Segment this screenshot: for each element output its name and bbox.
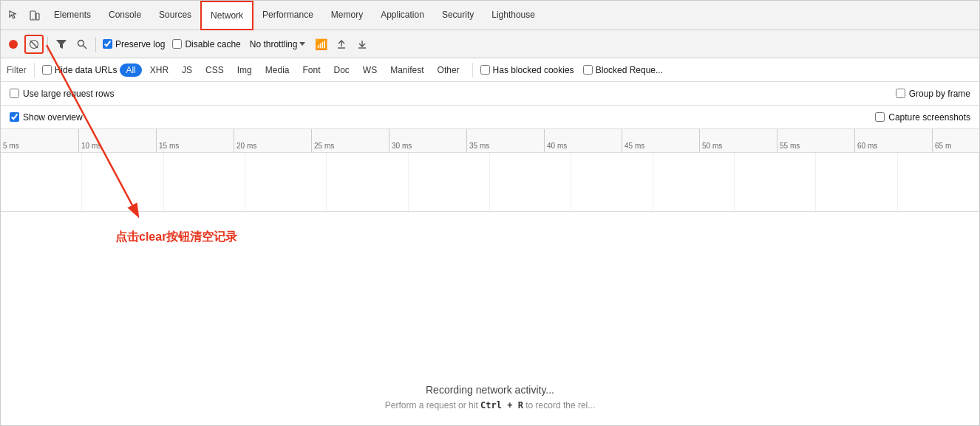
hide-data-urls-input[interactable]	[42, 65, 52, 75]
blocked-requests-input[interactable]	[583, 65, 593, 75]
options-row-1: Use large request rows Group by frame	[1, 82, 979, 106]
tab-console-label: Console	[109, 10, 141, 20]
record-button[interactable]	[4, 35, 23, 54]
use-large-rows-input[interactable]	[10, 89, 19, 98]
filter-row: Filter Hide data URLs All XHR JS CSS Img…	[1, 58, 979, 82]
tab-console[interactable]: Console	[100, 1, 150, 30]
show-overview-checkbox[interactable]: Show overview	[10, 112, 83, 123]
ruler-label-10: 55 ms	[780, 142, 800, 150]
filter-type-js[interactable]: JS	[177, 63, 197, 77]
tab-lighthouse[interactable]: Lighthouse	[483, 1, 544, 30]
download-button[interactable]	[353, 35, 372, 54]
wifi-icon-btn[interactable]: 📶	[311, 35, 330, 54]
timeline-col-7	[571, 153, 653, 211]
svg-point-2	[33, 18, 33, 18]
options-left-1: Use large request rows	[10, 89, 114, 99]
tab-security-label: Security	[442, 10, 474, 20]
preserve-log-checkbox[interactable]: Preserve log	[100, 39, 168, 49]
ruler-label-7: 40 ms	[547, 142, 567, 150]
separator1	[47, 37, 48, 52]
ruler-label-3: 20 ms	[237, 142, 256, 150]
capture-screenshots-input[interactable]	[875, 112, 885, 122]
blocked-requests-checkbox[interactable]: Blocked Reque...	[583, 65, 663, 75]
ruler-tick-5: 30 ms	[389, 129, 466, 152]
throttle-select[interactable]: No throttling	[245, 38, 310, 51]
inspect-icon-btn[interactable]	[4, 5, 24, 26]
disable-cache-input[interactable]	[172, 39, 182, 49]
options-right-2: Capture screenshots	[875, 112, 970, 123]
group-by-frame-checkbox[interactable]: Group by frame	[896, 89, 970, 99]
hide-data-urls-checkbox[interactable]: Hide data URLs	[42, 65, 118, 75]
ruler-tick-12: 65 m	[932, 129, 979, 152]
preserve-log-input[interactable]	[103, 39, 112, 49]
tab-application-label: Application	[381, 10, 424, 20]
tab-performance[interactable]: Performance	[253, 1, 322, 30]
filter-type-font[interactable]: Font	[297, 63, 325, 77]
options-right-1: Group by frame	[896, 89, 970, 99]
filter-button[interactable]	[52, 35, 71, 54]
search-button[interactable]	[72, 35, 92, 54]
filter-type-img[interactable]: Img	[232, 63, 257, 77]
tab-sources[interactable]: Sources	[150, 1, 200, 30]
filter-type-other[interactable]: Other	[432, 63, 465, 77]
timeline-col-6	[490, 153, 571, 211]
ruler-label-2: 15 ms	[159, 142, 179, 150]
ruler-label-8: 45 ms	[625, 142, 644, 150]
tab-elements[interactable]: Elements	[45, 1, 100, 30]
svg-marker-6	[56, 40, 67, 49]
filter-type-manifest[interactable]: Manifest	[385, 63, 429, 77]
ruler-tick-3: 20 ms	[234, 129, 311, 152]
svg-line-8	[84, 45, 87, 49]
timeline-col-2	[164, 153, 245, 211]
filter-type-ws[interactable]: WS	[358, 63, 382, 77]
ruler-label-11: 60 ms	[857, 142, 877, 150]
upload-button[interactable]	[332, 35, 351, 54]
has-blocked-cookies-input[interactable]	[480, 65, 490, 75]
filter-type-media[interactable]: Media	[260, 63, 295, 77]
capture-screenshots-checkbox[interactable]: Capture screenshots	[875, 112, 970, 123]
ruler-tick-9: 50 ms	[699, 129, 777, 152]
tab-application[interactable]: Application	[372, 1, 433, 30]
use-large-rows-checkbox[interactable]: Use large request rows	[10, 89, 114, 99]
ruler-label-5: 30 ms	[392, 142, 412, 150]
wifi-icon: 📶	[315, 38, 327, 50]
tab-bar: Elements Console Sources Network Perform…	[1, 1, 979, 30]
filter-label: Filter	[7, 65, 27, 75]
show-overview-input[interactable]	[10, 112, 19, 122]
timeline-col-1	[82, 153, 163, 211]
tab-security[interactable]: Security	[433, 1, 483, 30]
options-row-2: Show overview Capture screenshots	[1, 106, 979, 129]
tab-network[interactable]: Network	[200, 1, 253, 30]
separator2	[95, 37, 96, 52]
capture-screenshots-label: Capture screenshots	[888, 112, 970, 123]
devtools-panel: Elements Console Sources Network Perform…	[0, 0, 980, 426]
clear-button[interactable]	[24, 35, 44, 54]
filter-divider	[34, 63, 35, 78]
filter-type-css[interactable]: CSS	[200, 63, 229, 77]
disable-cache-checkbox[interactable]: Disable cache	[169, 39, 243, 49]
timeline-grid	[1, 153, 979, 211]
show-overview-label: Show overview	[23, 112, 83, 123]
preserve-log-label: Preserve log	[115, 39, 165, 49]
ruler-tick-7: 40 ms	[544, 129, 622, 152]
ruler-tick-11: 60 ms	[854, 129, 932, 152]
filter-type-xhr[interactable]: XHR	[145, 63, 174, 77]
ruler-label-4: 25 ms	[314, 142, 334, 150]
download-icon	[357, 39, 367, 49]
group-by-frame-input[interactable]	[896, 89, 905, 98]
ruler-label-6: 35 ms	[469, 142, 489, 150]
ruler-label-1: 10 ms	[81, 142, 101, 150]
timeline-col-8	[653, 153, 735, 211]
ruler-label-9: 50 ms	[702, 142, 722, 150]
tab-memory[interactable]: Memory	[322, 1, 372, 30]
throttle-dropdown-icon	[299, 42, 305, 46]
throttle-label: No throttling	[250, 39, 298, 49]
filter-type-doc[interactable]: Doc	[329, 63, 355, 77]
timeline-col-0	[1, 153, 82, 211]
device-icon-btn[interactable]	[24, 5, 45, 26]
filter-type-all[interactable]: All	[120, 63, 141, 77]
ruler-tick-8: 45 ms	[622, 129, 699, 152]
tab-lighthouse-label: Lighthouse	[491, 10, 535, 20]
hide-data-urls-label: Hide data URLs	[55, 65, 118, 75]
has-blocked-cookies-checkbox[interactable]: Has blocked cookies	[480, 65, 574, 75]
